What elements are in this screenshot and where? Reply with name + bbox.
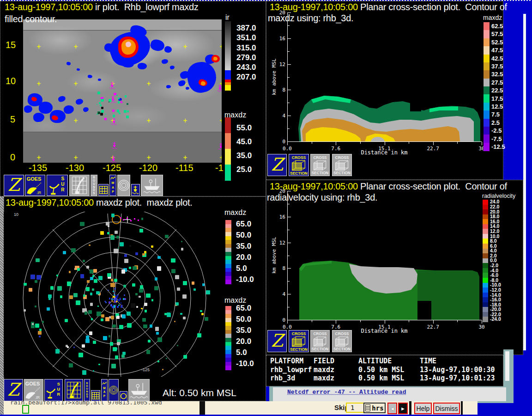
radar-echo-cell [166,358,168,360]
radar-echo-cell [177,288,180,291]
toolbar-btn-buoy[interactable] [131,184,140,196]
toolbar-btn-rings[interactable] [117,175,130,196]
colorbar-swatch [484,86,490,95]
colorbar-swatch [483,283,488,288]
toolbar-btn-bounds[interactable]: BOUNDS [91,175,97,196]
right-arrow-icon: ► [400,406,405,411]
radar-echo-cell [73,347,75,349]
toolbar-btn-rings[interactable] [109,379,119,401]
radar-echo-cell [141,308,142,309]
colorbar-swatch [483,205,488,210]
ir-contour-blob [161,59,168,64]
toolbar-btn-sur-radar[interactable]: SUR [44,379,63,401]
x-minor-tick [360,320,361,322]
svg-text:U: U [61,182,64,187]
svg-text:Z: Z [8,175,23,195]
toolbar-btn-cross-section[interactable]: CROSSSECTION [310,154,330,176]
radar-echo-cell [142,253,145,256]
radar-echo-cell [110,101,111,102]
radar-echo-cell [157,337,162,342]
toolbar-btn-zebra[interactable]: Z [267,330,287,352]
toolbar-btn-goes-ir[interactable]: GOES.IR [25,175,45,196]
radar-echo-cell [116,236,119,239]
colorbar-tick-label: 35.0 [236,326,251,335]
ir-contour-blob [77,68,80,71]
toolbar-btn-bounds[interactable]: BOUNDS [84,379,90,401]
toolbar-btn-goes-ir[interactable]: GOES.IR [24,379,43,401]
radar-echo-cell [104,301,105,302]
toolbar-btn-grid-radar[interactable] [69,175,90,196]
toolbar-btn-cross-section[interactable]: CROSSSECTION [289,154,309,176]
colorbar-tick-label: 5.0 [236,264,247,273]
help-button[interactable]: Help [414,403,432,414]
y-minor-tick [288,128,290,129]
toolbar-btn-zebra[interactable]: Z [4,379,23,401]
radar-echo-cell [146,294,151,298]
radar-echo-cell [63,251,66,255]
xs-maxdz-y-tick-label: 8 [276,87,285,93]
xs-maxdz-x-axis [287,141,482,142]
radar-echo-cell [76,300,80,305]
toolbar-btn-ship[interactable] [128,379,150,401]
toolbar-btn-zebra[interactable]: Z [267,154,287,176]
radar-echo-cell [112,324,115,328]
radar-echo-cell [197,333,202,338]
svg-text:P: P [103,394,106,398]
skip-input[interactable] [346,403,365,413]
toolbar-btn-cross-section[interactable]: CROSSSECTION [310,330,330,352]
step-back-button[interactable]: ◄ [387,403,397,414]
left-arrow-icon: ◄ [390,406,395,411]
panel-title-text: Planar cross-section plot. Contour of [358,181,507,191]
svg-text:Z: Z [7,379,22,400]
toolbar-btn-small-grid[interactable] [98,184,109,196]
window-edge-scrollbar[interactable] [523,14,526,350]
y-tick [288,90,291,90]
colorbar-tick-label: 20.0 [236,253,251,262]
grid-plus-mark: + [36,43,41,51]
terminal-cursor [22,405,29,414]
colorbar-swatch [225,133,231,149]
table-cell: 13-Aug-97,10:01:23 [420,374,495,382]
toolbar-btn-small-grid[interactable] [91,390,100,401]
y-minor-tick [288,307,290,307]
dismiss-button[interactable]: Dismiss [433,403,460,414]
colorbar-title-maxdz-bl1: maxdz [224,208,246,217]
message-window-scrollbar[interactable] [505,351,509,381]
grid-plus-mark: + [146,116,151,125]
lat-tick-label: 10 [6,76,16,86]
grid-plus-mark: + [73,43,78,51]
colorbar-swatch [225,70,231,80]
toolbar-btn-grid-radar[interactable] [65,379,83,401]
toolbar-btn-sur-radar[interactable]: SUR [47,175,68,196]
colorbar-swatch [483,268,488,273]
radar-echo-cell [24,309,26,312]
hrs-unit-button[interactable]: hrs [363,403,386,413]
toolbar-btn-map[interactable]: MAP [101,379,108,401]
radar-echo-cell [83,294,85,297]
colorbar-swatch [484,94,490,103]
toolbar-btn-cross-section[interactable]: CROSSSECTION [332,330,352,352]
radar-echo-cell [90,293,93,295]
toolbar-btn-circle[interactable] [120,391,127,401]
radar-echo-cell [177,345,178,346]
colorbar-tick-label: 2.5 [491,119,500,126]
step-forward-button[interactable]: ► [398,403,408,414]
terminal-window[interactable]: rain.beaufort:17>xdump.all 970813.1005.x… [4,401,200,415]
svg-text:CROSS: CROSS [313,156,327,160]
radar-echo-cell [119,325,123,329]
toolbar-btn-ship[interactable] [141,175,163,196]
toolbar-btn-zebra[interactable]: Z [4,175,24,196]
radar-echo-cell [126,116,129,118]
radar-echo-cell [24,283,27,286]
radar-echo-cell [133,266,137,270]
radar-echo-cell [145,310,147,312]
grid-plus-mark: + [219,116,222,125]
radar-ppi-display [4,212,222,377]
buoy-icon [217,84,222,92]
radar-echo-cell [116,316,119,318]
radar-echo-cell [85,339,90,343]
radar-echo-cell [118,299,120,301]
toolbar-btn-map[interactable]: MAP [109,175,116,196]
toolbar-btn-cross-section[interactable]: CROSSSECTION [289,330,309,352]
toolbar-btn-cross-section[interactable]: CROSSSECTION [332,154,352,176]
